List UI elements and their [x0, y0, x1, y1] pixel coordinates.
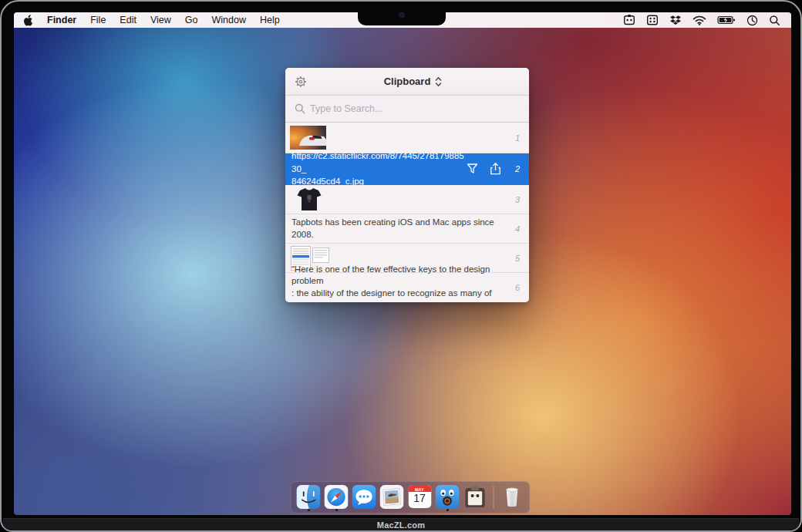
running-indicator: [446, 509, 449, 511]
battery-charging-icon[interactable]: [717, 15, 736, 25]
dock-calendar[interactable]: MAY 17: [407, 483, 433, 512]
item-number: 3: [515, 195, 520, 204]
item-number: 6: [515, 283, 520, 292]
menu-item-finder[interactable]: Finder: [47, 15, 76, 25]
pastebot-clipboard-window: Clipboard: [285, 68, 529, 302]
share-icon[interactable]: [490, 163, 501, 176]
pasteboard-selector-chevrons-icon[interactable]: [435, 76, 442, 89]
clipboard-item-6[interactable]: “Here is one of the few effective keys t…: [285, 273, 529, 302]
pastebot-menu-icon[interactable]: [623, 14, 635, 26]
finder-icon: [297, 485, 321, 509]
webcam-icon: [399, 12, 405, 18]
menu-item-file[interactable]: File: [90, 15, 106, 25]
t-shirt-thumbnail: [293, 187, 325, 213]
filter-funnel-icon[interactable]: [467, 163, 478, 175]
calendar-day: 17: [408, 492, 431, 504]
clipboard-item-1[interactable]: 1: [285, 123, 529, 153]
apple-menu[interactable]: [23, 15, 33, 26]
apple-logo-icon: [23, 15, 33, 26]
watermark-text: MacZL.com: [377, 520, 425, 530]
wifi-icon[interactable]: [692, 15, 706, 25]
item-number: 1: [515, 133, 520, 143]
dock-messages[interactable]: [352, 483, 377, 512]
menu-item-go[interactable]: Go: [185, 15, 198, 25]
running-indicator: [308, 509, 310, 511]
dock-pastebot[interactable]: [463, 483, 488, 512]
pastebot-icon: [463, 485, 487, 509]
grid-app-menu-icon[interactable]: [646, 14, 659, 26]
clipboard-item-4[interactable]: Tapbots has been creating iOS and Mac ap…: [285, 214, 529, 244]
clipboard-item-2-selected[interactable]: https://c2.staticflickr.com/8/7445/27817…: [285, 153, 529, 185]
dock: MAY 17: [291, 481, 531, 513]
menu-item-edit[interactable]: Edit: [120, 15, 136, 25]
safari-icon: [325, 485, 349, 509]
item-number: 4: [515, 224, 520, 234]
clipboard-url-text: https://c2.staticflickr.com/8/7445/27817…: [285, 150, 469, 188]
messages-icon: [352, 485, 376, 509]
calendar-icon: MAY 17: [408, 485, 431, 508]
laptop-chin: MacZL.com: [3, 518, 799, 530]
camera-housing: [358, 3, 446, 25]
desktop-wallpaper: Finder File Edit View Go Window Help: [14, 12, 791, 515]
photos-icon: [380, 485, 404, 509]
search-input[interactable]: [310, 103, 521, 114]
dropbox-icon[interactable]: [669, 15, 682, 26]
menu-item-view[interactable]: View: [150, 15, 171, 25]
window-title: Clipboard: [285, 76, 529, 87]
clipboard-text: Tapbots has been creating iOS and Mac ap…: [285, 217, 529, 241]
menu-item-window[interactable]: Window: [211, 15, 245, 25]
dock-separator: [494, 486, 494, 509]
trash-icon: [500, 485, 524, 509]
running-indicator: [335, 509, 338, 511]
car-photo-thumbnail: [290, 126, 326, 150]
window-titlebar[interactable]: Clipboard: [285, 68, 529, 96]
clipboard-item-3[interactable]: 3: [285, 185, 529, 214]
dock-trash[interactable]: [500, 483, 525, 512]
clipboard-quote-text: “Here is one of the few effective keys t…: [285, 264, 529, 302]
calendar-month: MAY: [408, 487, 431, 492]
macbook-frame: Finder File Edit View Go Window Help: [0, 0, 802, 532]
dock-photos[interactable]: [379, 483, 405, 512]
item-number: 2: [515, 164, 520, 173]
item-number: 5: [515, 254, 520, 263]
tweetbot-icon: [436, 485, 460, 509]
dock-finder[interactable]: [296, 483, 322, 512]
search-icon: [295, 103, 305, 114]
search-bar[interactable]: [285, 96, 529, 123]
clock-icon[interactable]: [746, 15, 758, 26]
spotlight-icon[interactable]: [769, 15, 780, 26]
dock-tweetbot[interactable]: [435, 483, 460, 512]
dock-safari[interactable]: [324, 483, 349, 512]
menu-item-help[interactable]: Help: [260, 15, 280, 25]
